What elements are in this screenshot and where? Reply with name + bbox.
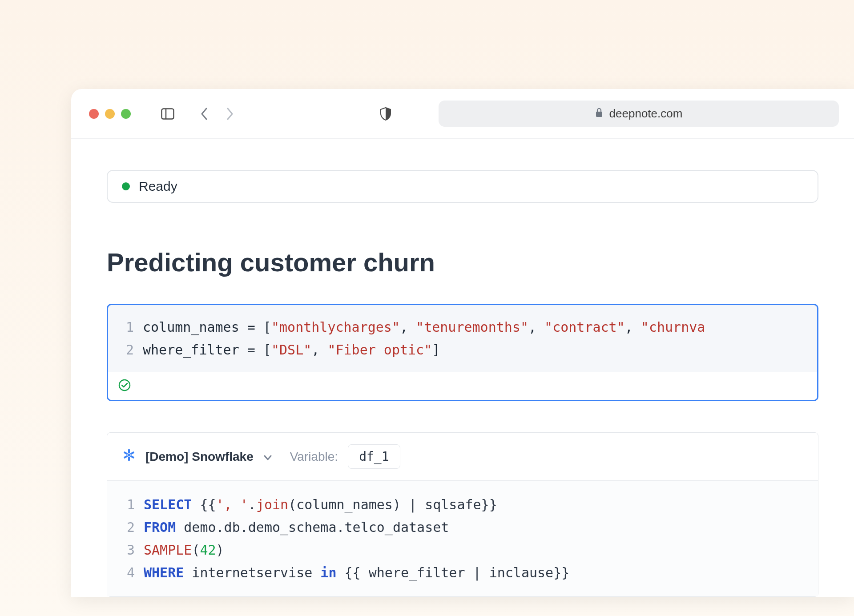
- chevron-down-icon[interactable]: [263, 450, 272, 464]
- cell-footer: [108, 372, 817, 400]
- page-title: Predicting customer churn: [107, 247, 818, 277]
- sql-cell-header: [Demo] Snowflake Variable: df_1: [107, 433, 818, 481]
- svg-rect-2: [596, 112, 602, 117]
- address-bar[interactable]: deepnote.com: [439, 101, 839, 127]
- python-code-cell[interactable]: 1 2 column_names = ["monthlycharges", "t…: [107, 304, 818, 401]
- sql-line-gutter: 1 2 3 4: [122, 493, 135, 584]
- svg-rect-0: [162, 109, 174, 119]
- kernel-status[interactable]: Ready: [107, 170, 818, 203]
- notebook-area: Ready Predicting customer churn 1 2 colu…: [71, 139, 854, 597]
- variable-label: Variable:: [290, 450, 338, 464]
- status-dot-icon: [122, 182, 130, 190]
- sql-source-label[interactable]: [Demo] Snowflake: [145, 450, 254, 464]
- forward-button[interactable]: [226, 107, 234, 121]
- svg-rect-6: [130, 451, 134, 455]
- window-minimize-button[interactable]: [105, 109, 115, 119]
- svg-rect-9: [124, 451, 128, 455]
- svg-rect-5: [128, 457, 130, 461]
- shield-icon[interactable]: [380, 107, 391, 121]
- traffic-lights: [89, 109, 131, 119]
- sql-cell[interactable]: [Demo] Snowflake Variable: df_1 1 2 3 4 …: [107, 432, 818, 597]
- sql-code-content[interactable]: SELECT {{', '.join(column_names) | sqlsa…: [144, 493, 569, 584]
- code-content[interactable]: column_names = ["monthlycharges", "tenur…: [143, 316, 705, 361]
- snowflake-icon: [122, 448, 136, 465]
- success-check-icon: [118, 386, 131, 393]
- browser-toolbar: deepnote.com: [71, 89, 854, 139]
- svg-rect-4: [128, 449, 130, 453]
- address-text: deepnote.com: [609, 107, 683, 121]
- window-close-button[interactable]: [89, 109, 99, 119]
- window-zoom-button[interactable]: [121, 109, 131, 119]
- svg-rect-8: [130, 455, 134, 459]
- sidebar-toggle-icon[interactable]: [161, 108, 174, 120]
- back-button[interactable]: [200, 107, 208, 121]
- line-gutter: 1 2: [121, 316, 134, 361]
- variable-name-input[interactable]: df_1: [348, 444, 400, 469]
- status-label: Ready: [139, 179, 177, 194]
- lock-icon: [595, 107, 603, 121]
- browser-window: deepnote.com Ready Predicting customer c…: [71, 89, 854, 597]
- svg-point-3: [119, 380, 130, 391]
- svg-rect-7: [124, 455, 128, 459]
